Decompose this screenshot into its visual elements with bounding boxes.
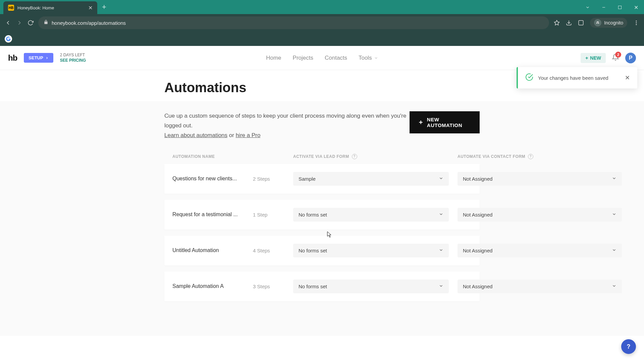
avatar[interactable]: P — [625, 53, 636, 63]
tab-title: HoneyBook: Home — [17, 5, 54, 10]
help-fab[interactable]: ? — [621, 339, 636, 354]
contact-form-dropdown[interactable]: Not Assigned — [458, 244, 622, 257]
table-row[interactable]: Untitled Automation 4 Steps No forms set… — [164, 236, 480, 265]
nav-tools[interactable]: Tools — [359, 55, 378, 61]
chevron-down-icon — [612, 248, 616, 253]
contact-form-dropdown[interactable]: Not Assigned — [458, 208, 622, 222]
svg-rect-1 — [619, 6, 622, 9]
lead-form-dropdown[interactable]: Sample — [293, 172, 449, 186]
close-window-icon[interactable]: ✕ — [631, 3, 641, 12]
svg-point-7 — [636, 20, 637, 21]
svg-point-8 — [636, 22, 637, 23]
incognito-icon — [594, 19, 601, 26]
chevron-down-icon — [612, 212, 616, 218]
or-text: or — [227, 132, 236, 138]
nav-contacts[interactable]: Contacts — [325, 55, 347, 61]
dropdown-value: No forms set — [299, 248, 327, 253]
col-lead: ACTIVATE VIA LEAD FORM ? — [293, 154, 458, 159]
svg-rect-4 — [579, 20, 583, 25]
toast-notification: Your changes have been saved ✕ — [517, 67, 637, 88]
lock-icon — [44, 20, 48, 26]
hire-pro-link[interactable]: hire a Pro — [236, 132, 261, 138]
automation-name: Sample Automation A — [172, 283, 253, 289]
tab-bar: HB HoneyBook: Home ✕ + ✕ — [0, 0, 644, 14]
lead-form-dropdown[interactable]: No forms set — [293, 208, 449, 222]
close-icon[interactable]: ✕ — [625, 74, 630, 81]
help-icon[interactable]: ? — [528, 154, 533, 159]
setup-button[interactable]: SETUP — [24, 53, 53, 63]
chevron-down-icon — [439, 212, 443, 218]
contact-form-dropdown[interactable]: Not Assigned — [458, 280, 622, 293]
new-tab-button[interactable]: + — [102, 3, 106, 11]
close-icon[interactable]: ✕ — [88, 5, 93, 11]
dropdown-value: Sample — [299, 176, 316, 182]
star-icon[interactable] — [554, 20, 560, 26]
table-row[interactable]: Sample Automation A 3 Steps No forms set… — [164, 272, 480, 301]
learn-link[interactable]: Learn about automations — [164, 132, 227, 138]
svg-marker-2 — [554, 20, 559, 25]
download-icon[interactable] — [566, 20, 572, 26]
minimize-icon[interactable] — [599, 3, 608, 12]
table-header: AUTOMATION NAME ACTIVATE VIA LEAD FORM ?… — [164, 154, 480, 164]
window-controls: ✕ — [583, 3, 641, 12]
menu-icon[interactable] — [633, 20, 639, 26]
svg-point-9 — [636, 24, 637, 25]
app-header: hb SETUP 2 DAYS LEFT SEE PRICING Home Pr… — [0, 46, 644, 70]
lead-form-dropdown[interactable]: No forms set — [293, 244, 449, 257]
plus-icon: + — [585, 55, 588, 61]
automation-steps: 3 Steps — [253, 284, 293, 289]
chevron-right-icon — [45, 56, 49, 60]
nav-projects[interactable]: Projects — [293, 55, 313, 61]
col-contact: AUTOMATE VIA CONTACT FORM ? — [458, 154, 622, 159]
notif-badge: 2 — [615, 52, 621, 58]
automation-steps: 2 Steps — [253, 176, 293, 182]
bookmark-bar — [0, 32, 644, 46]
chevron-down-icon — [374, 56, 378, 60]
dropdown-value: No forms set — [299, 212, 327, 218]
check-circle-icon — [525, 73, 533, 82]
page-subhead: Cue up a custom sequence of steps to kee… — [164, 111, 410, 140]
see-pricing-link[interactable]: SEE PRICING — [60, 58, 86, 63]
url-text: honeybook.com/app/automations — [52, 20, 126, 26]
nav-tools-label: Tools — [359, 55, 372, 61]
incognito-label: Incognito — [604, 20, 623, 25]
maximize-icon[interactable] — [615, 3, 625, 12]
back-icon[interactable] — [5, 19, 11, 26]
toast-message: Your changes have been saved — [538, 75, 608, 81]
chevron-down-icon — [439, 248, 443, 253]
svg-point-5 — [596, 22, 598, 24]
browser-tab[interactable]: HB HoneyBook: Home ✕ — [3, 1, 97, 14]
dropdown-value: No forms set — [299, 284, 327, 289]
col-contact-label: AUTOMATE VIA CONTACT FORM — [458, 154, 525, 159]
app-logo[interactable]: hb — [8, 53, 17, 63]
favicon-icon: HB — [8, 5, 14, 11]
google-bookmark-icon[interactable] — [5, 35, 12, 43]
notification-bell[interactable]: 2 — [612, 54, 619, 62]
browser-chrome: HB HoneyBook: Home ✕ + ✕ honeybook.com/a… — [0, 0, 644, 46]
table-row[interactable]: Questions for new clients... 2 Steps Sam… — [164, 164, 480, 194]
reload-icon[interactable] — [28, 20, 34, 26]
table-row[interactable]: Request for a testimonial ... 1 Step No … — [164, 200, 480, 230]
automation-steps: 1 Step — [253, 212, 293, 218]
page-content: Automations Cue up a custom sequence of … — [0, 70, 644, 336]
lead-form-dropdown[interactable]: No forms set — [293, 280, 449, 293]
automation-name: Request for a testimonial ... — [172, 212, 253, 218]
trial-days: 2 DAYS LEFT — [60, 53, 86, 58]
help-icon[interactable]: ? — [352, 154, 357, 159]
svg-point-6 — [598, 22, 599, 24]
incognito-indicator[interactable]: Incognito — [590, 18, 627, 28]
dropdown-value: Not Assigned — [463, 176, 492, 182]
automation-name: Untitled Automation — [172, 247, 253, 253]
url-bar[interactable]: honeybook.com/app/automations — [38, 16, 549, 29]
dropdown-value: Not Assigned — [463, 248, 492, 253]
new-button[interactable]: + NEW — [581, 53, 606, 63]
nav-home[interactable]: Home — [266, 55, 281, 61]
forward-icon[interactable] — [16, 19, 23, 26]
new-label: NEW — [590, 55, 601, 61]
page-title: Automations — [164, 80, 480, 95]
new-automation-button[interactable]: + NEW AUTOMATION — [410, 111, 480, 133]
contact-form-dropdown[interactable]: Not Assigned — [458, 172, 622, 186]
chevron-down-icon[interactable] — [583, 3, 592, 12]
extensions-icon[interactable] — [578, 20, 584, 26]
main-nav: Home Projects Contacts Tools — [266, 55, 378, 61]
